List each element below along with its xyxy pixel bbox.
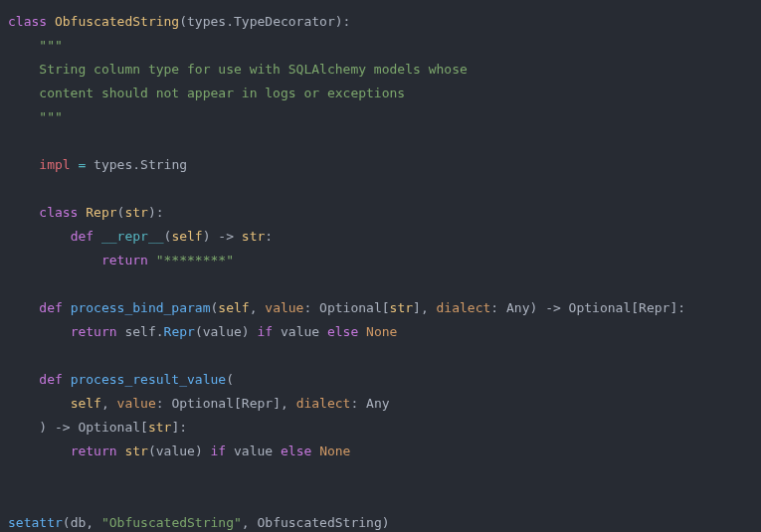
type-optional: Optional [319, 300, 382, 315]
dot: . [226, 14, 234, 29]
param-self: self [218, 300, 249, 315]
paren-close: ) [148, 205, 156, 220]
docstring-close: """ [39, 109, 62, 124]
identifier-db: db [71, 515, 87, 530]
keyword-if: if [258, 324, 274, 339]
param-dialect: dialect [296, 396, 351, 411]
paren-close: ) [195, 443, 203, 458]
comma: , [421, 300, 429, 315]
funcname-process-result-value: process_result_value [71, 372, 227, 387]
attr-string: String [140, 157, 187, 172]
call-repr: Repr [164, 324, 195, 339]
type-repr: Repr [242, 396, 273, 411]
type-any: Any [366, 396, 389, 411]
paren-open: ( [226, 372, 234, 387]
param-value: value [265, 300, 303, 315]
colon: : [343, 14, 351, 29]
attr-typedecorator: TypeDecorator [234, 14, 335, 29]
keyword-def: def [71, 229, 94, 244]
param-self: self [171, 229, 202, 244]
colon: : [303, 300, 311, 315]
keyword-return: return [71, 443, 117, 458]
keyword-if: if [211, 443, 227, 458]
ret-type-str: str [242, 229, 265, 244]
comma: , [242, 515, 250, 530]
keyword-else: else [327, 324, 358, 339]
colon: : [490, 300, 498, 315]
identifier-types: types [187, 14, 226, 29]
arrow: -> [218, 229, 234, 244]
keyword-class: class [8, 14, 47, 29]
string-stars: "********" [156, 253, 234, 267]
param-dialect: dialect [437, 300, 491, 315]
paren-open: ( [148, 443, 156, 458]
paren-open: ( [195, 324, 203, 339]
bracket-open: [ [382, 300, 390, 315]
type-optional: Optional [78, 420, 140, 435]
colon: : [156, 396, 164, 411]
paren-close: ) [39, 420, 47, 435]
paren-close: ) [242, 324, 250, 339]
identifier-value: value [203, 324, 242, 339]
comma: , [250, 300, 258, 315]
arrow: -> [55, 420, 71, 435]
colon: : [350, 396, 358, 411]
dot: . [156, 324, 164, 339]
code-editor[interactable]: class ObfuscatedString(types.TypeDecorat… [0, 0, 761, 532]
bracket-open: [ [234, 396, 242, 411]
classname-obfuscatedstring: ObfuscatedString [55, 14, 179, 29]
docstring-line1: String column type for use with SQLAlche… [39, 62, 467, 77]
paren-close: ) [203, 229, 211, 244]
paren-close: ) [335, 14, 343, 29]
baseclass-str: str [124, 205, 147, 220]
identifier-self: self [124, 324, 155, 339]
docstring-open: """ [39, 38, 62, 53]
bracket-open: [ [631, 300, 639, 315]
param-self: self [71, 396, 101, 411]
type-str: str [390, 300, 413, 315]
type-optional: Optional [171, 396, 234, 411]
call-str: str [124, 443, 147, 458]
keyword-def: def [39, 300, 62, 315]
keyword-return: return [101, 253, 148, 267]
dot: . [132, 157, 140, 172]
operator-eq: = [78, 157, 86, 172]
keyword-class: class [39, 205, 78, 220]
bracket-open: [ [140, 420, 148, 435]
colon: : [265, 229, 273, 244]
docstring-line2: content should not appear in logs or exc… [39, 86, 405, 100]
identifier-types: types [94, 157, 132, 172]
classname-repr: Repr [86, 205, 116, 220]
comma: , [86, 515, 94, 530]
const-none: None [319, 443, 350, 458]
bracket-close: ] [413, 300, 421, 315]
arrow: -> [545, 300, 561, 315]
paren-close: ) [382, 515, 390, 530]
keyword-else: else [281, 443, 311, 458]
funcname-process-bind-param: process_bind_param [71, 300, 211, 315]
param-value: value [117, 396, 156, 411]
colon: : [179, 420, 187, 435]
const-none: None [366, 324, 397, 339]
funcname-repr: __repr__ [101, 229, 164, 244]
keyword-return: return [71, 324, 117, 339]
paren-open: ( [179, 14, 187, 29]
type-any: Any [506, 300, 529, 315]
identifier-value: value [156, 443, 195, 458]
comma: , [281, 396, 288, 411]
call-setattr: setattr [8, 515, 63, 530]
type-str: str [148, 420, 171, 435]
paren-open: ( [63, 515, 71, 530]
keyword-def: def [39, 372, 62, 387]
colon: : [156, 205, 164, 220]
type-repr: Repr [639, 300, 669, 315]
identifier-value: value [281, 324, 319, 339]
identifier-impl: impl [39, 157, 70, 172]
identifier-obfuscatedstring: ObfuscatedString [257, 515, 381, 530]
bracket-close: ] [273, 396, 281, 411]
string-obfuscatedstring: "ObfuscatedString" [101, 515, 242, 530]
identifier-value: value [234, 443, 273, 458]
type-optional: Optional [569, 300, 632, 315]
colon: : [677, 300, 685, 315]
comma: , [101, 396, 109, 411]
